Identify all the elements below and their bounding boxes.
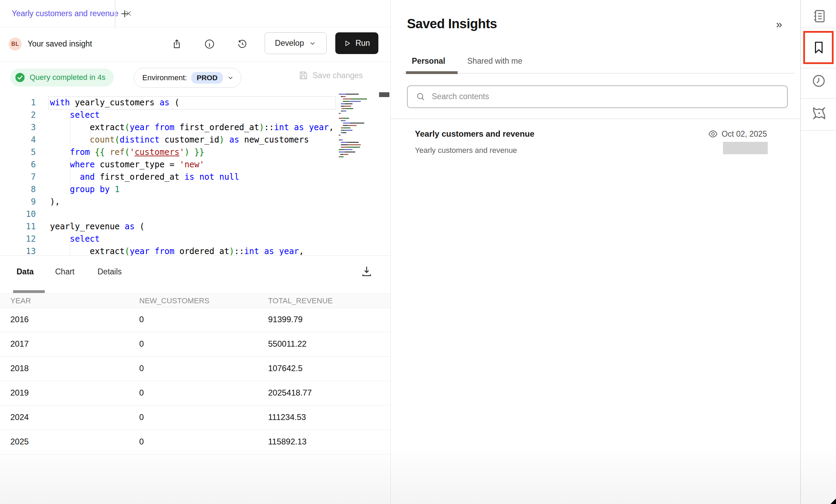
status-row: Query completed in 4s Environment: PROD …	[0, 61, 390, 92]
panel-title: Saved Insights	[407, 17, 497, 31]
develop-dropdown[interactable]: Develop	[265, 32, 327, 54]
table-row: 20170550011.22	[0, 332, 390, 357]
code-line[interactable]: 8 group by 1	[0, 183, 336, 196]
table-row: 20180107642.5	[0, 357, 390, 381]
search-icon	[416, 92, 426, 102]
line-number: 11	[0, 220, 36, 233]
download-icon	[360, 265, 373, 278]
new-tab-button[interactable]	[117, 6, 132, 21]
insight-item-subtitle: Yearly customers and revenue	[415, 146, 517, 155]
code-line[interactable]: 12 select	[0, 233, 336, 245]
saved-insight-item[interactable]: Yearly customers and revenue Oct 02, 202…	[391, 124, 800, 169]
sidebar-item-notebook[interactable]	[811, 8, 827, 24]
run-button[interactable]: Run	[335, 32, 378, 54]
code-line[interactable]: 7 and first_ordered_at is not null	[0, 171, 336, 183]
tab-personal[interactable]: Personal	[412, 56, 445, 66]
code-line[interactable]: 9),	[0, 196, 336, 208]
table-cell: 0	[139, 339, 144, 349]
column-header-year: YEAR	[10, 296, 31, 305]
info-icon	[204, 39, 215, 50]
table-cell: 2025	[10, 437, 29, 447]
table-cell: 107642.5	[268, 364, 303, 373]
code-line[interactable]: 2 select	[0, 109, 336, 121]
line-number: 1	[0, 96, 36, 109]
table-row: 20240111234.53	[0, 406, 390, 430]
sidebar-item-saved-insights[interactable]	[811, 40, 827, 55]
share-button[interactable]	[171, 39, 182, 50]
insight-item-title: Yearly customers and revenue	[415, 129, 534, 139]
table-cell: 550011.22	[268, 339, 307, 349]
line-number: 9	[0, 196, 36, 208]
code-text: select	[36, 109, 100, 121]
line-number: 10	[0, 208, 36, 220]
tab-data[interactable]: Data	[17, 267, 34, 276]
environment-label: Environment:	[142, 73, 187, 82]
eye-icon	[708, 129, 718, 139]
code-line[interactable]: 3 extract(year from first_ordered_at)::i…	[0, 121, 336, 134]
line-number: 3	[0, 121, 36, 134]
results-tab-bar: Data Chart Details	[0, 255, 390, 293]
insight-title: Your saved insight	[28, 39, 92, 49]
table-cell: 0	[139, 388, 144, 398]
environment-selector[interactable]: Environment: PROD	[134, 68, 241, 88]
insight-toolbar: BL Your saved insight Develop Run	[0, 27, 390, 62]
code-line[interactable]: 5 from {{ ref('customers') }}	[0, 146, 336, 158]
line-number: 4	[0, 134, 36, 146]
tab-shared-with-me[interactable]: Shared with me	[467, 56, 522, 66]
code-text: group by 1	[36, 183, 120, 196]
table-cell: 2019	[10, 388, 29, 398]
code-line[interactable]: 11yearly_revenue as (	[0, 220, 336, 233]
code-line[interactable]: 13 extract(year from ordered_at)::int as…	[0, 245, 336, 256]
active-tab-indicator	[13, 290, 45, 293]
dbt-icon	[811, 105, 827, 122]
history-icon	[237, 39, 248, 50]
divider	[391, 118, 800, 119]
download-results-button[interactable]	[360, 264, 374, 278]
table-cell: 2018	[10, 364, 29, 373]
code-line[interactable]: 4 count(distinct customer_id) as new_cus…	[0, 134, 336, 146]
sidebar-item-history[interactable]	[811, 73, 827, 89]
results-table-header: YEAR NEW_CUSTOMERS TOTAL_REVENUE	[0, 293, 390, 308]
tab-title: Yearly customers and revenue	[12, 9, 119, 18]
table-cell: 111234.53	[268, 412, 306, 422]
app-window: Yearly customers and revenue BL Your sav…	[0, 0, 836, 504]
sql-editor[interactable]: 1with yearly_customers as (2 select3 ext…	[0, 92, 390, 256]
code-text: extract(year from first_ordered_at)::int…	[36, 121, 334, 134]
run-label: Run	[355, 39, 370, 48]
table-cell: 0	[139, 315, 144, 324]
history-button[interactable]	[237, 39, 248, 50]
editor-scrollbar[interactable]	[379, 92, 389, 97]
info-button[interactable]	[204, 39, 215, 50]
code-line[interactable]: 10	[0, 208, 336, 220]
code-text: with yearly_customers as (	[36, 96, 180, 109]
table-row: 201902025418.77	[0, 381, 390, 406]
column-header-new-customers: NEW_CUSTOMERS	[139, 296, 210, 305]
table-row: 20250115892.13	[0, 430, 390, 454]
line-number: 13	[0, 245, 36, 256]
sidebar-item-dbt[interactable]	[811, 105, 827, 121]
active-tab-indicator	[406, 71, 458, 74]
column-header-total-revenue: TOTAL_REVENUE	[268, 296, 333, 305]
code-text: from {{ ref('customers') }}	[36, 146, 204, 158]
search-input[interactable]	[431, 88, 774, 105]
code-line[interactable]: 6 where customer_type = 'new'	[0, 158, 336, 171]
save-changes-button[interactable]: Save changes	[298, 70, 363, 81]
code-line[interactable]: 1with yearly_customers as (	[0, 96, 336, 109]
collapse-panel-button[interactable]: »	[776, 18, 782, 31]
tab-divider	[115, 0, 115, 27]
table-cell: 115892.13	[268, 437, 307, 447]
editor-minimap[interactable]	[339, 94, 381, 166]
sidebar-divider	[801, 130, 836, 131]
line-number: 12	[0, 233, 36, 245]
table-row: 2016091399.79	[0, 308, 390, 332]
check-circle-icon	[14, 72, 26, 83]
tab-details[interactable]: Details	[98, 267, 122, 276]
code-text	[36, 208, 50, 220]
clock-icon	[811, 73, 827, 89]
table-cell: 0	[139, 437, 144, 447]
table-cell: 2017	[10, 339, 29, 349]
code-lines: 1with yearly_customers as (2 select3 ext…	[0, 96, 336, 256]
tab-chart[interactable]: Chart	[55, 267, 74, 276]
mouse-cursor	[830, 498, 836, 504]
results-table-body: 2016091399.7920170550011.2220180107642.5…	[0, 308, 390, 454]
